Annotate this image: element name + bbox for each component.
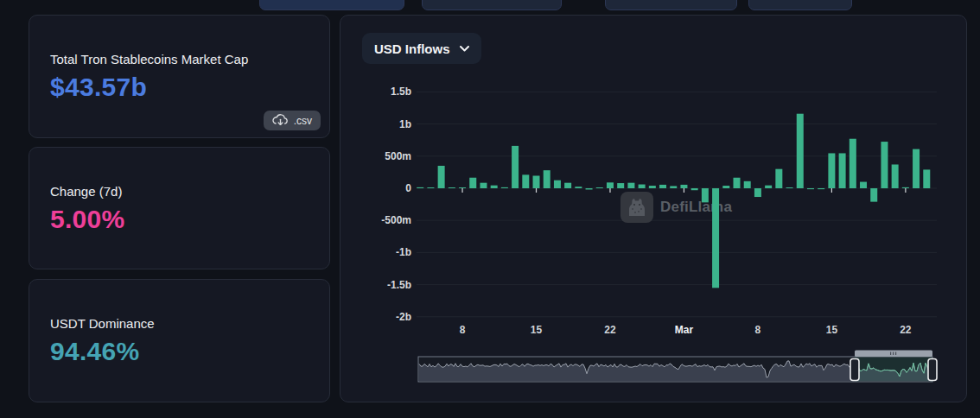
bar-mar-7 [744, 181, 751, 188]
bar-mar-17 [850, 139, 856, 188]
bar-mar-6 [734, 178, 741, 188]
bar-mar-22 [902, 187, 909, 188]
bar-feb-8 [459, 187, 466, 188]
bar-mar-13 [807, 188, 814, 189]
bar-mar-19 [870, 188, 877, 202]
bar-feb-22 [607, 182, 614, 188]
bar-feb-11 [491, 186, 498, 188]
bar-feb-12 [501, 187, 508, 188]
bar-feb-20 [586, 188, 593, 189]
bar-feb-19 [575, 187, 582, 188]
bar-mar-5 [722, 186, 729, 188]
download-csv-button[interactable]: .csv [264, 111, 321, 130]
top-tab-partial-4[interactable] [748, 0, 852, 10]
bar-feb-14 [522, 174, 529, 188]
bar-feb-27 [659, 185, 666, 188]
metric-selector-label: USD Inflows [374, 41, 450, 56]
card-title: Total Tron Stablecoins Market Cap [50, 52, 309, 66]
bar-feb-23 [617, 183, 624, 188]
bar-mar-12 [797, 114, 804, 188]
stat-card-change-7d: Change (7d) 5.00% [29, 147, 330, 269]
bar-feb-18 [564, 183, 571, 188]
cloud-download-icon [272, 114, 289, 127]
bar-feb-17 [554, 180, 561, 188]
bar-feb-26 [649, 186, 656, 188]
brush-handle-right[interactable] [928, 359, 937, 381]
bar-mar-4 [712, 188, 719, 288]
bar-feb-6 [438, 166, 445, 188]
card-value-change-7d: 5.00% [50, 205, 309, 234]
top-tab-partial-2[interactable] [422, 0, 562, 10]
inflow-bars [417, 114, 930, 288]
bar-mar-3 [702, 188, 709, 202]
dashboard-page: Total Tron Stablecoins Market Cap $43.57… [0, 0, 980, 418]
bar-mar-9 [765, 186, 772, 188]
bar-mar-24 [923, 169, 930, 188]
stat-card-usdt-dominance: USDT Dominance 94.46% [29, 279, 330, 402]
inflows-chart-panel: USD Inflows 1.5b1b500m0-500m-1b-1.5b-2b8… [340, 15, 967, 402]
bar-mar-23 [913, 149, 920, 188]
bar-mar-2 [691, 188, 698, 190]
brush-grip-icon [895, 352, 896, 356]
brush-grip-icon [890, 352, 891, 356]
bar-feb-4 [417, 187, 423, 188]
download-csv-label: .csv [294, 115, 312, 127]
bar-feb-15 [533, 175, 540, 188]
bar-mar-14 [818, 188, 824, 189]
brush-handle-left[interactable] [850, 359, 859, 381]
card-value-usdt-dominance: 94.46% [50, 337, 309, 366]
bar-mar-16 [839, 153, 846, 188]
x-axis-ticks [461, 188, 906, 193]
bar-feb-25 [639, 185, 646, 188]
top-tab-partial-3[interactable] [605, 0, 737, 10]
brush-selection[interactable] [855, 358, 932, 382]
metric-selector-button[interactable]: USD Inflows [362, 33, 481, 64]
bar-feb-16 [544, 170, 550, 188]
bar-feb-9 [469, 178, 476, 188]
stat-card-market-cap: Total Tron Stablecoins Market Cap $43.57… [29, 15, 330, 138]
bar-mar-8 [754, 188, 761, 197]
bar-feb-13 [512, 146, 519, 188]
bar-mar-20 [881, 142, 888, 188]
bar-feb-10 [480, 183, 487, 188]
card-value-market-cap: $43.57b [50, 73, 309, 102]
chart-bars-layer [340, 16, 966, 402]
top-tab-partial-1[interactable] [259, 0, 404, 10]
bar-mar-21 [892, 164, 899, 188]
brush-grip-icon [893, 352, 894, 356]
bar-feb-5 [427, 187, 434, 188]
chevron-down-icon [460, 46, 469, 52]
time-range-brush[interactable] [418, 351, 937, 383]
bar-feb-7 [449, 187, 455, 188]
bar-feb-24 [627, 183, 634, 188]
card-title: Change (7d) [50, 184, 309, 199]
bar-feb-28 [670, 186, 677, 188]
bar-feb-21 [596, 187, 603, 188]
bar-mar-10 [775, 169, 782, 188]
bar-mar-1 [680, 185, 687, 188]
card-title: USDT Dominance [50, 316, 309, 331]
bar-mar-11 [786, 187, 793, 188]
bar-mar-18 [860, 182, 867, 188]
bar-mar-15 [828, 153, 835, 188]
